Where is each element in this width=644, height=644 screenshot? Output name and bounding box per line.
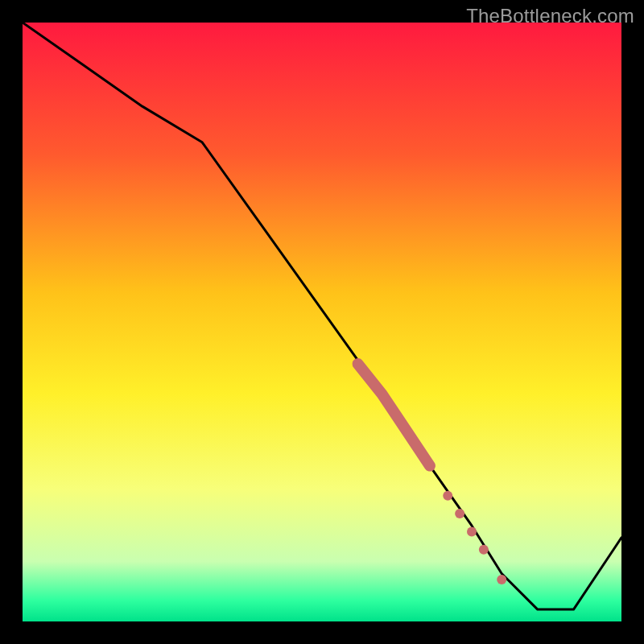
chart-plot-area (23, 23, 621, 621)
highlight-dot (455, 509, 464, 518)
highlight-dot (479, 545, 489, 555)
highlight-band (358, 364, 430, 465)
chart-line-layer (23, 23, 621, 621)
highlight-dot (497, 575, 506, 584)
highlight-dots (443, 491, 506, 584)
bottleneck-curve (23, 23, 621, 609)
highlight-dot (467, 526, 477, 536)
highlight-dot (443, 491, 452, 501)
watermark-text: TheBottleneck.com (466, 5, 634, 27)
